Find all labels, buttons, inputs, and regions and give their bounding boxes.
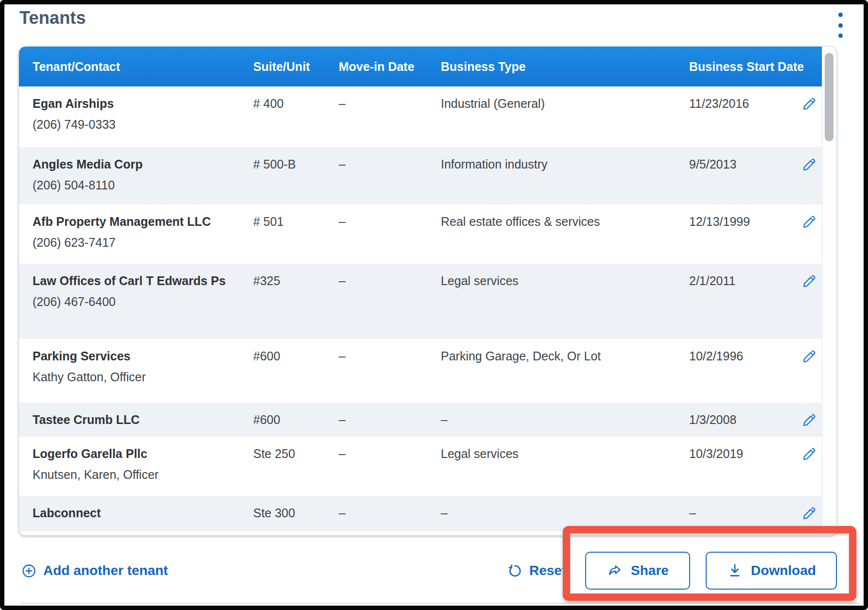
download-button[interactable]: Download [706,552,837,590]
movein-cell: – [339,503,441,524]
tenant-contact: (206) 623-7417 [33,232,253,253]
table-row: Tastee Crumb LLC #600 – – 1/3/2008 [19,403,822,437]
tenant-name: Egan Airships [33,93,227,114]
edit-pencil-icon[interactable] [800,95,818,113]
tenant-name: Law Offices of Carl T Edwards Ps [33,271,227,291]
download-icon [727,562,743,579]
tenant-contact: Kathy Gatton, Officer [33,367,253,388]
tenants-panel: Tenants Tenant/Contact Suite/Unit Move-i… [0,0,868,610]
movein-cell: – [339,154,441,175]
circle-plus-icon [21,563,36,578]
tenant-name: Afb Property Management LLC [33,211,227,232]
table-row: Egan Airships(206) 749-0333 # 400 – Indu… [19,86,822,147]
movein-cell: – [339,271,441,291]
tenant-name: Parking Services [33,346,227,367]
column-header-tenant: Tenant/Contact [33,60,253,74]
table-row: Parking ServicesKathy Gatton, Officer #6… [19,339,822,403]
edit-pencil-icon[interactable] [800,505,818,522]
table-header-row: Tenant/Contact Suite/Unit Move-in Date B… [19,47,822,86]
movein-cell: – [339,93,441,114]
edit-pencil-icon[interactable] [800,272,818,290]
biztype-cell: – [441,409,689,430]
suite-cell: #325 [253,271,339,291]
table-row: Law Offices of Carl T Edwards Ps(206) 46… [19,264,822,339]
tenant-name: Logerfo Garella Pllc [33,443,227,464]
suite-cell: # 400 [253,93,339,114]
share-forward-icon [607,562,623,579]
tenant-contact: (206) 749-0333 [33,114,253,135]
startdate-cell: 11/23/2016 [689,93,797,114]
suite-cell: Ste 250 [253,443,339,464]
table-row: Angles Media Corp(206) 504-8110 # 500-B … [19,147,822,204]
kebab-menu-icon[interactable] [836,13,844,38]
edit-pencil-icon[interactable] [800,411,818,429]
biztype-cell: – [441,503,689,524]
table-body: Egan Airships(206) 749-0333 # 400 – Indu… [19,86,822,531]
tenant-contact: Knutsen, Karen, Officer [33,464,253,485]
suite-cell: # 501 [253,211,339,232]
edit-pencil-icon[interactable] [800,156,818,173]
startdate-cell: 1/3/2008 [689,409,797,430]
tenant-contact: (206) 504-8110 [33,175,253,196]
share-button[interactable]: Share [585,552,690,590]
tenant-name: Tastee Crumb LLC [33,409,227,430]
biztype-cell: Parking Garage, Deck, Or Lot [441,346,689,367]
reset-label: Reset [529,563,566,578]
startdate-cell: 10/3/2019 [689,443,797,464]
add-another-tenant-label: Add another tenant [43,563,168,578]
biztype-cell: Real estate offices & services [441,211,689,232]
tenant-name: Angles Media Corp [33,154,227,175]
movein-cell: – [339,211,441,232]
add-another-tenant-button[interactable]: Add another tenant [21,557,168,585]
startdate-cell: – [689,503,797,524]
biztype-cell: Legal services [441,271,689,291]
table-row: Afb Property Management LLC(206) 623-741… [19,204,822,264]
share-label: Share [631,563,669,578]
suite-cell: Ste 300 [253,503,339,524]
suite-cell: # 500-B [253,154,339,175]
page-title: Tenants [19,8,86,28]
table-row: Labconnect Ste 300 – – – [19,496,822,531]
biztype-cell: Industrial (General) [441,93,689,114]
reset-button[interactable]: Reset [507,557,566,585]
scrollbar-track[interactable] [822,47,836,535]
column-header-suite: Suite/Unit [253,60,339,74]
suite-cell: #600 [253,409,339,430]
tenants-table: Tenant/Contact Suite/Unit Move-in Date B… [18,46,837,536]
section-divider [20,603,860,604]
tenant-contact: (206) 467-6400 [33,291,253,312]
edit-pencil-icon[interactable] [800,445,818,463]
edit-pencil-icon[interactable] [800,348,818,365]
biztype-cell: Legal services [441,443,689,464]
startdate-cell: 12/13/1999 [689,211,797,232]
startdate-cell: 2/1/2011 [689,271,797,291]
tenant-name: Labconnect [33,503,227,524]
reset-undo-icon [507,563,522,578]
column-header-biztype: Business Type [441,60,689,74]
column-header-startdate: Business Start Date [689,60,822,74]
movein-cell: – [339,409,441,430]
scrollbar-thumb[interactable] [825,53,833,141]
startdate-cell: 10/2/1996 [689,346,797,367]
download-label: Download [751,563,816,578]
edit-pencil-icon[interactable] [800,213,818,231]
movein-cell: – [339,443,441,464]
table-row: Logerfo Garella PllcKnutsen, Karen, Offi… [19,437,822,496]
column-header-movein: Move-in Date [339,60,441,74]
startdate-cell: 9/5/2013 [689,154,797,175]
movein-cell: – [339,346,441,367]
biztype-cell: Information industry [441,154,689,175]
suite-cell: #600 [253,346,339,367]
